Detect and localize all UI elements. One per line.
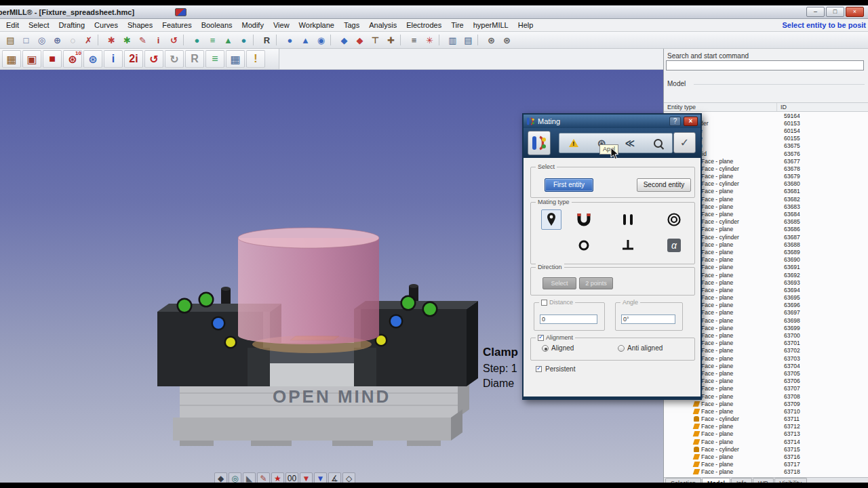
menu-item[interactable]: Select [24, 20, 54, 30]
undo-red-icon[interactable]: ↺ [166, 33, 182, 47]
angle-icon[interactable]: α [664, 235, 684, 256]
menu-item[interactable]: Features [157, 20, 196, 30]
gears-run-icon[interactable]: ⊛ [499, 33, 515, 47]
zoom-in-icon[interactable]: ⊕ [50, 33, 65, 47]
tree-row[interactable]: Face - plane 63717 [664, 461, 868, 468]
close-button[interactable]: × [846, 7, 864, 17]
persistent-checkbox-row[interactable]: Persistent [536, 365, 575, 373]
gear-10-icon[interactable]: ⊛10 [63, 50, 82, 68]
notebook-icon[interactable]: ▥ [445, 33, 460, 47]
help-button[interactable]: ? [669, 117, 681, 126]
origin-icon[interactable]: 00 [285, 472, 298, 483]
maximize-button[interactable]: □ [826, 7, 844, 17]
sketch-plane-icon[interactable]: ◣ [243, 472, 256, 483]
tree-row[interactable]: Face - plane 63714 [664, 438, 868, 445]
mesh-blue-icon[interactable]: ◉ [313, 33, 329, 47]
gear-red-icon[interactable]: ✱ [104, 33, 119, 47]
gear-green-icon[interactable]: ✱ [119, 33, 135, 47]
gears-icon[interactable]: ⊛ [484, 33, 499, 47]
menu-item[interactable]: Help [513, 20, 538, 30]
parallel-icon[interactable] [618, 209, 638, 230]
minimize-button[interactable]: – [806, 7, 825, 17]
aligned-radio[interactable]: Aligned [542, 344, 574, 352]
distance-checkbox[interactable] [541, 300, 547, 306]
tree-row[interactable]: Face - plane 63716 [664, 453, 868, 460]
tree-row[interactable]: Face - cylinder 63715 [664, 445, 868, 453]
menu-item[interactable]: Shapes [123, 20, 157, 30]
menu-item[interactable]: Drafting [54, 20, 90, 30]
info-red-icon[interactable]: i [151, 33, 166, 47]
alignment-checkbox[interactable] [538, 335, 544, 341]
menu-item[interactable]: View [269, 20, 294, 30]
menu-item[interactable]: Edit [1, 20, 24, 30]
book-icon[interactable]: ▤ [460, 33, 476, 47]
column-entity-type[interactable]: Entity type [664, 103, 777, 111]
cabinet-icon[interactable]: ▦ [2, 50, 21, 68]
menu-item[interactable]: Electrodes [401, 20, 446, 30]
direction-select-button[interactable]: Select [542, 277, 576, 289]
menu-item[interactable]: Booleans [197, 20, 237, 30]
second-entity-button[interactable]: Second entity [637, 178, 691, 192]
first-entity-button[interactable]: First entity [545, 178, 593, 192]
doc-icon[interactable]: ▤ [3, 33, 18, 47]
info-blue-icon[interactable]: i [104, 50, 123, 68]
layers-green-icon[interactable]: ≡ [205, 33, 220, 47]
menu-item[interactable]: Tags [339, 20, 364, 30]
pin-red-icon[interactable]: ▼ [300, 472, 313, 483]
collapse-icon[interactable]: ≪ [621, 135, 639, 151]
persistent-checkbox[interactable] [536, 366, 542, 372]
cone-blue-icon[interactable]: ▲ [298, 33, 313, 47]
shaded-view-icon[interactable]: ◆ [214, 472, 227, 483]
pin-blue-icon[interactable]: ▼ [314, 472, 327, 483]
cylinder-teal-icon[interactable]: ● [189, 33, 205, 47]
column-id[interactable]: ID [777, 103, 787, 112]
tree-row[interactable]: Face - cylinder 63711 [664, 415, 868, 423]
star-icon[interactable]: ★ [271, 472, 284, 483]
mating-logo-button[interactable] [528, 131, 551, 155]
solid-blue-icon[interactable]: ● [282, 33, 298, 47]
tree-row[interactable]: Face - plane 63710 [664, 407, 868, 415]
warning-icon[interactable]: ! [246, 50, 265, 68]
spreadsheet-icon[interactable]: ▦ [226, 50, 245, 68]
distance-input[interactable] [540, 314, 597, 324]
redo-icon[interactable]: ↻ [165, 50, 184, 68]
info-2i-icon[interactable]: 2i [124, 50, 143, 68]
orbit-icon[interactable]: ◎ [229, 472, 241, 483]
sketch-red-icon[interactable]: ✎ [135, 33, 151, 47]
zoom-fit-icon[interactable]: ◎ [34, 33, 50, 47]
direction-2points-button[interactable]: 2 points [579, 277, 613, 289]
menu-item[interactable]: Analysis [364, 20, 401, 30]
coincident-pin-icon[interactable] [541, 209, 561, 230]
concentric-icon[interactable] [664, 209, 684, 230]
undo-icon[interactable]: ↺ [144, 50, 163, 68]
zoom-icon[interactable] [649, 135, 667, 151]
gear-info-icon[interactable]: ⊛ [83, 50, 102, 68]
burst-red-icon[interactable]: ✳ [422, 33, 437, 47]
tree-row[interactable]: Face - plane 63712 [664, 423, 868, 430]
tangent-icon[interactable] [574, 235, 594, 256]
tree-row[interactable]: Face - plane 63718 [664, 468, 868, 476]
sphere-teal-icon[interactable]: ● [236, 33, 252, 47]
command-search-input[interactable] [666, 60, 864, 70]
menu-item[interactable]: Workplane [294, 20, 339, 30]
menu-item[interactable]: Curves [90, 20, 123, 30]
sort-list-icon[interactable]: ≡ [406, 33, 422, 47]
perpendicular-icon[interactable] [618, 235, 638, 256]
brush-icon[interactable]: ✎ [257, 472, 270, 483]
wrench-icon[interactable]: ✚ [383, 33, 399, 47]
hammer-icon[interactable]: ⊤ [368, 33, 383, 47]
r-star-icon[interactable]: R [259, 33, 275, 47]
menu-item[interactable]: Tire [446, 20, 469, 30]
angle-input[interactable] [621, 314, 675, 324]
grinder-icon[interactable]: ▣ [22, 50, 41, 68]
apply-button[interactable]: ✓ [673, 132, 696, 153]
shield-red-icon[interactable]: ◆ [352, 33, 368, 47]
warning-icon[interactable]: ! [565, 135, 583, 151]
measure-icon[interactable]: ∡ [328, 472, 341, 483]
red-box-icon[interactable]: ■ [43, 50, 62, 68]
delete-icon[interactable]: ✗ [81, 33, 96, 47]
r-outline-icon[interactable]: R [185, 50, 204, 68]
shield-blue-icon[interactable]: ◆ [336, 33, 352, 47]
dialog-close-button[interactable]: × [684, 117, 698, 126]
tree-row[interactable]: Face - plane 63713 [664, 430, 868, 438]
